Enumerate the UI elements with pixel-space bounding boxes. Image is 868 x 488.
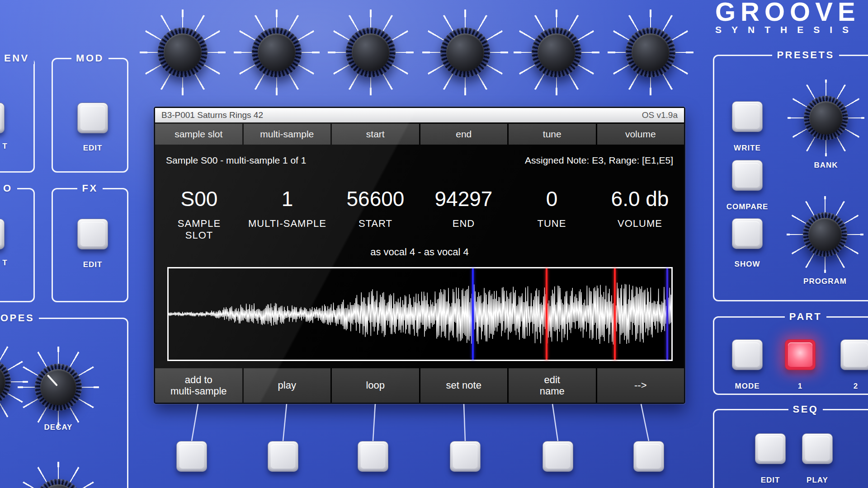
waveform-marker-2 [546, 268, 547, 360]
top-encoder-5[interactable] [514, 9, 599, 95]
param-label: VOLUME [596, 218, 684, 230]
param-value: S00 [155, 188, 243, 211]
hw-soft-button-2[interactable] [268, 441, 298, 472]
param-start: 56600START [331, 188, 420, 241]
section-seq: SEQ [713, 404, 868, 488]
waveform-marker-4 [666, 268, 668, 360]
hw-soft-button-4[interactable] [450, 441, 481, 472]
screen-tab-bar: sample slot multi-sample start end tune … [155, 124, 684, 145]
section-fx-title: FX [77, 183, 102, 194]
screen-titlebar: B3-P001 Saturns Rings 42 OS v1.9a [155, 108, 684, 122]
knob-cap [352, 33, 390, 71]
tab-sample-slot[interactable]: sample slot [155, 124, 242, 145]
tab-multi-sample[interactable]: multi-sample [244, 124, 331, 145]
bank-knob[interactable] [788, 80, 864, 156]
patch-title: B3-P001 Saturns Rings 42 [161, 110, 263, 120]
param-value: 94297 [420, 188, 508, 211]
top-encoder-3[interactable] [328, 9, 414, 95]
fx-edit-button[interactable] [77, 219, 108, 249]
param-label: SAMPLE SLOT [155, 218, 243, 242]
softkey-play[interactable]: play [244, 368, 331, 403]
show-button[interactable] [732, 218, 763, 249]
param-label: TUNE [508, 218, 596, 230]
param-sample-slot: S00SAMPLE SLOT [155, 188, 243, 241]
fx-edit-label: EDIT [70, 260, 115, 269]
seq-play-button[interactable] [802, 433, 833, 464]
param-value: 6.0 db [596, 188, 684, 211]
brand-subtitle: SYNTHESIS [715, 24, 860, 35]
waveform-display[interactable] [167, 267, 673, 361]
compare-label: COMPARE [720, 202, 774, 211]
lfo-edit-button[interactable] [0, 219, 5, 249]
seq-edit-label: EDIT [743, 476, 797, 485]
top-encoder-1[interactable] [140, 9, 226, 95]
synth-front-panel: { "brand": { "name": "GROOVE", "subtitle… [0, 0, 868, 488]
knob-cap [164, 33, 202, 71]
brand-logo: GROOVE SYNTHESIS [715, 0, 860, 35]
param-label: END [420, 218, 508, 230]
compare-button[interactable] [732, 160, 763, 191]
status-row: Sample S00 - multi-sample 1 of 1 Assigne… [166, 155, 673, 166]
param-value: 1 [243, 188, 331, 211]
param-value: 0 [508, 188, 596, 211]
hw-soft-button-3[interactable] [358, 441, 388, 472]
soft-button-row: add to multi-sample play loop set note e… [155, 368, 684, 403]
section-part-title: PART [785, 311, 826, 323]
show-label: SHOW [720, 260, 774, 269]
softkey-next-page[interactable]: --> [597, 368, 684, 403]
assigned-note-status: Assigned Note: E3, Range: [E1,E5] [525, 155, 673, 166]
waveform-marker-1 [472, 268, 474, 360]
part-1-label: 1 [787, 382, 814, 391]
knob-cap [446, 33, 484, 71]
hw-soft-button-1[interactable] [176, 441, 207, 472]
part-1-button[interactable] [785, 339, 816, 370]
section-seq-title: SEQ [788, 404, 823, 415]
env-edit-button[interactable] [0, 103, 5, 133]
mod-edit-label: EDIT [70, 144, 115, 153]
seq-edit-button[interactable] [755, 433, 786, 464]
write-button[interactable] [732, 101, 763, 132]
param-multi-sample: 1MULTI-SAMPLE [243, 188, 331, 241]
tab-end[interactable]: end [420, 124, 508, 145]
tab-start[interactable]: start [332, 124, 419, 145]
hw-soft-button-5[interactable] [542, 441, 573, 472]
param-label: MULTI-SAMPLE [243, 218, 331, 230]
program-knob[interactable] [787, 196, 863, 273]
softkey-set-note[interactable]: set note [420, 368, 508, 403]
program-label: PROGRAM [793, 277, 857, 286]
waveform-marker-3 [614, 268, 616, 360]
param-label: START [331, 218, 420, 230]
display-screen: B3-P001 Saturns Rings 42 OS v1.9a sample… [154, 107, 685, 404]
softkey-edit-name[interactable]: edit name [509, 368, 596, 403]
sample-status: Sample S00 - multi-sample 1 of 1 [166, 155, 306, 166]
mode-button[interactable] [732, 339, 763, 370]
softkey-add-to-multisample[interactable]: add to multi-sample [155, 368, 242, 403]
part-2-button[interactable] [840, 339, 868, 370]
knob-cap [258, 33, 296, 71]
section-presets-title: PRESETS [772, 49, 839, 61]
knob-cap [538, 33, 576, 71]
part-2-label: 2 [842, 382, 868, 391]
section-envelopes-title: OPES [0, 312, 39, 324]
bank-label: BANK [794, 161, 858, 170]
mode-label: MODE [720, 382, 774, 391]
seq-play-label: PLAY [790, 476, 844, 485]
os-version: OS v1.9a [642, 110, 678, 120]
brand-name: GROOVE [715, 0, 860, 23]
param-end: 94297END [420, 188, 508, 241]
param-volume: 6.0 dbVOLUME [596, 188, 684, 241]
sample-name-subtitle: as vocal 4 - as vocal 4 [155, 246, 684, 258]
env-edit-label: T [0, 142, 12, 151]
hw-soft-button-6[interactable] [633, 441, 664, 472]
lfo-edit-label: T [0, 258, 12, 267]
param-readout-row: S00SAMPLE SLOT 1MULTI-SAMPLE 56600START … [155, 188, 684, 241]
top-encoder-6[interactable] [608, 9, 693, 95]
section-mod-title: MOD [71, 52, 108, 64]
knob-cap [632, 33, 670, 71]
tab-volume[interactable]: volume [597, 124, 684, 145]
top-encoder-4[interactable] [422, 9, 508, 95]
mod-edit-button[interactable] [77, 103, 108, 133]
top-encoder-2[interactable] [234, 9, 320, 95]
softkey-loop[interactable]: loop [332, 368, 419, 403]
tab-tune[interactable]: tune [509, 124, 596, 145]
